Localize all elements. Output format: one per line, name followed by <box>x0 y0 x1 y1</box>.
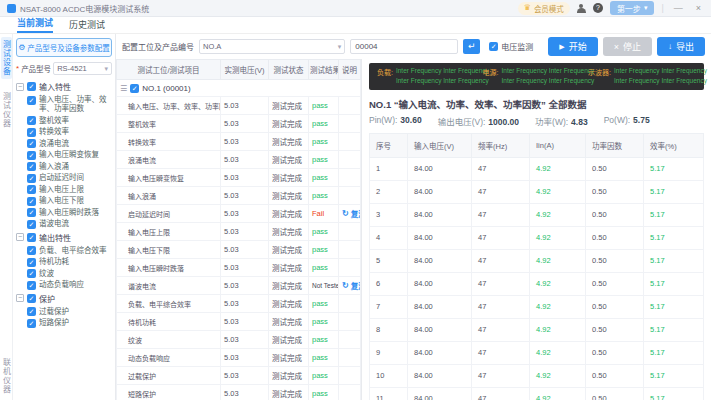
tree-item-row[interactable]: 谐波电流 <box>16 218 112 230</box>
checkbox-checked-icon[interactable] <box>27 258 36 267</box>
checkbox-checked-icon[interactable] <box>27 246 36 255</box>
table-row[interactable]: 负载、电平综合效率5.03测试完成pass <box>117 295 361 313</box>
tree-item-row[interactable]: 负载、电平综合效率 <box>16 245 112 257</box>
table-row[interactable]: 过载保护5.03测试完成pass <box>117 367 361 385</box>
tree-item-row[interactable]: 启动延迟时间 <box>16 172 112 184</box>
tree-group-row[interactable]: 输出特性 <box>16 230 112 245</box>
table-row[interactable]: 浪涌电流5.03测试完成pass <box>117 151 361 169</box>
checkbox-checked-icon[interactable] <box>27 151 36 160</box>
product-model-select[interactable]: RS-4521 <box>53 62 112 75</box>
table-row[interactable]: 684.00474.920.505.17 <box>370 272 704 295</box>
checkbox-checked-icon[interactable] <box>27 174 36 183</box>
help-icon[interactable] <box>593 3 603 13</box>
table-row[interactable]: 584.00474.920.505.17 <box>370 249 704 272</box>
table-row[interactable]: 输入电压瞬时跌落5.03测试完成pass <box>117 259 361 277</box>
tree-item-row[interactable]: 动态负载响应 <box>16 279 112 291</box>
table-row[interactable]: 待机功耗5.03测试完成pass <box>117 313 361 331</box>
tree-item-row[interactable]: 输入电压上限 <box>16 184 112 196</box>
checkbox-checked-icon[interactable] <box>27 116 36 125</box>
tree-item-row[interactable]: 过载保护 <box>16 306 112 318</box>
checkbox-checked-icon[interactable] <box>27 307 36 316</box>
rail-item-test-device[interactable]: 测试设备 <box>1 37 12 79</box>
tree-item-row[interactable]: 纹波 <box>16 268 112 280</box>
collapse-icon[interactable] <box>16 294 24 302</box>
tree-item-row[interactable]: 输入电压下限 <box>16 195 112 207</box>
column-header: Iin(A) <box>530 133 586 157</box>
tree-group-row[interactable]: 保护 <box>16 291 112 306</box>
table-row[interactable]: 纹波5.03测试完成pass <box>117 331 361 349</box>
crown-icon <box>524 4 531 12</box>
table-row[interactable]: 转换效率5.03测试完成pass <box>117 133 361 151</box>
export-button[interactable]: 导出 <box>657 37 705 56</box>
tree-item-row[interactable]: 输入电压瞬时跌落 <box>16 207 112 219</box>
checkbox-checked-icon[interactable] <box>27 233 36 242</box>
table-row[interactable]: 784.00474.920.505.17 <box>370 295 704 318</box>
step-dropdown-button[interactable]: 第一步 <box>610 1 655 15</box>
checkbox-checked-icon[interactable] <box>130 84 139 93</box>
table-row[interactable]: 输入电压上限5.03测试完成pass <box>117 223 361 241</box>
table-row[interactable]: 884.00474.920.505.17 <box>370 318 704 341</box>
tree-item-row[interactable]: 输入浪涌 <box>16 161 112 173</box>
table-row[interactable]: 484.00474.920.505.17 <box>370 226 704 249</box>
table-row[interactable]: 1184.00474.920.505.17 <box>370 387 704 400</box>
table-row[interactable]: 动态负载响应5.03测试完成pass <box>117 349 361 367</box>
close-button[interactable]: × <box>693 3 704 13</box>
table-row[interactable]: 短路保护5.03测试完成pass <box>117 385 361 400</box>
checkbox-checked-icon[interactable] <box>27 82 36 91</box>
checkbox-checked-icon[interactable] <box>27 294 36 303</box>
checkbox-checked-icon[interactable] <box>27 96 36 105</box>
result-cell: 47 <box>472 180 530 203</box>
table-row[interactable]: 384.00474.920.505.17 <box>370 203 704 226</box>
tree-item-row[interactable]: 短路保护 <box>16 317 112 329</box>
table-row[interactable]: 整机效率5.03测试完成pass <box>117 115 361 133</box>
table-row[interactable]: 1084.00474.920.505.17 <box>370 364 704 387</box>
tree-item-row[interactable]: 输入电压、功率、效率、功率因数 <box>16 94 112 115</box>
tree-item-row[interactable]: 浪涌电流 <box>16 138 112 150</box>
table-row[interactable]: 输入电压、功率、效率、功率因数5.03测试完成pass <box>117 97 361 115</box>
table-row[interactable]: 启动延迟时间5.03测试完成Fail复测 <box>117 205 361 223</box>
station-select[interactable]: NO.A <box>199 39 345 54</box>
table-row[interactable]: 输入电压下限5.03测试完成pass <box>117 241 361 259</box>
tree-group-row[interactable]: 输入特性 <box>16 79 112 94</box>
retest-button[interactable]: 复测 <box>342 208 361 219</box>
serial-number-input[interactable] <box>350 39 458 54</box>
checkbox-checked-icon[interactable] <box>27 139 36 148</box>
table-row[interactable]: 984.00474.920.505.17 <box>370 341 704 364</box>
tree-item-row[interactable]: 整机效率 <box>16 115 112 127</box>
station-group-row[interactable]: NO.1 (00001) <box>117 80 361 97</box>
test-result: pass <box>309 241 339 259</box>
table-row[interactable]: 184.00474.920.505.17 <box>370 157 704 180</box>
collapse-icon[interactable] <box>16 233 24 241</box>
checkbox-checked-icon[interactable] <box>27 197 36 206</box>
confirm-serial-button[interactable] <box>463 39 480 54</box>
tab-current-test[interactable]: 当前测试 <box>17 17 53 33</box>
retest-button[interactable]: 复测 <box>342 280 361 291</box>
checkbox-checked-icon[interactable] <box>27 208 36 217</box>
tab-history-test[interactable]: 历史测试 <box>69 17 105 33</box>
checkbox-checked-icon[interactable] <box>27 319 36 328</box>
voltage-monitor-checkbox[interactable]: 电压监测 <box>489 41 533 52</box>
table-row[interactable]: 输入电压瞬变恢复5.03测试完成pass <box>117 169 361 187</box>
checkbox-checked-icon[interactable] <box>27 220 36 229</box>
table-row[interactable]: 284.00474.920.505.17 <box>370 180 704 203</box>
tree-item-row[interactable]: 转换效率 <box>16 126 112 138</box>
tree-item-row[interactable]: 待机功耗 <box>16 256 112 268</box>
table-row[interactable]: 谐波电流5.03测试完成Not Tested复测 <box>117 277 361 295</box>
checkbox-checked-icon[interactable] <box>27 281 36 290</box>
user-icon[interactable] <box>577 4 586 13</box>
member-badge[interactable]: 会员模式 <box>518 2 570 15</box>
checkbox-checked-icon[interactable] <box>27 269 36 278</box>
minimize-button[interactable]: — <box>671 3 686 13</box>
product-config-button[interactable]: 产品型号及设备参数配置 <box>16 38 112 57</box>
start-button[interactable]: 开始 <box>548 37 597 56</box>
rail-item-test-instrument[interactable]: 测试仪器 <box>1 89 12 131</box>
checkbox-checked-icon[interactable] <box>27 185 36 194</box>
stop-button[interactable]: 停止 <box>603 37 652 56</box>
tree-item-row[interactable]: 输入电压瞬变恢复 <box>16 149 112 161</box>
rail-item-linked-instrument[interactable]: 联机仪器 <box>1 355 12 397</box>
checkbox-checked-icon[interactable] <box>27 162 36 171</box>
table-row[interactable]: 输入浪涌5.03测试完成pass <box>117 187 361 205</box>
drag-handle-icon[interactable] <box>120 84 127 93</box>
collapse-icon[interactable] <box>16 83 24 91</box>
checkbox-checked-icon[interactable] <box>27 128 36 137</box>
